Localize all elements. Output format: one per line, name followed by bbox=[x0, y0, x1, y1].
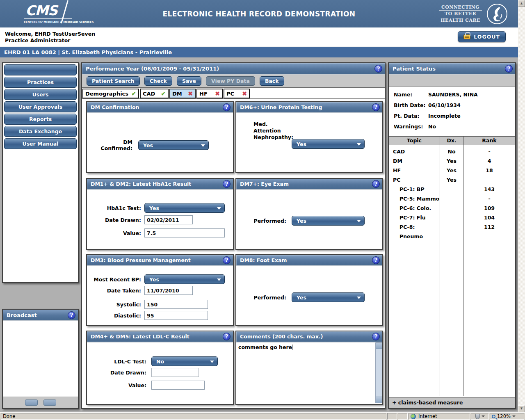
sidebar-item-user-manual[interactable]: User Manual bbox=[4, 138, 77, 149]
help-icon[interactable]: ? bbox=[372, 180, 380, 188]
logout-button[interactable]: LOGOUT bbox=[458, 31, 506, 42]
help-icon[interactable]: ? bbox=[68, 311, 75, 319]
rank-column-header: Rank bbox=[463, 137, 515, 145]
back-button[interactable]: Back bbox=[260, 76, 284, 86]
sidebar-item-user-approvals[interactable]: User Approvals bbox=[4, 101, 77, 112]
systolic-input[interactable] bbox=[144, 300, 208, 309]
section-ldl-result: DM4+ & DM5: Latest LDL-C Result ? LDL-C … bbox=[86, 331, 234, 405]
most-recent-bp-dropdown[interactable]: Yes bbox=[144, 274, 225, 284]
diastolic-input[interactable] bbox=[144, 311, 208, 320]
sidebar-item-data-exchange[interactable]: Data Exchange bbox=[4, 126, 77, 137]
check-button[interactable]: Check bbox=[144, 76, 172, 86]
zoom-control[interactable]: 120% bbox=[490, 413, 524, 420]
patient-status-header: Patient Status ? bbox=[389, 63, 515, 75]
tab-demographics[interactable]: Demographics ✔ bbox=[82, 89, 139, 98]
date-taken-label: Date Taken: bbox=[87, 288, 141, 294]
table-row: CAD bbox=[389, 147, 440, 156]
diastolic-label: Diastolic: bbox=[87, 313, 141, 319]
help-icon[interactable]: ? bbox=[372, 256, 380, 264]
comments-textarea[interactable]: comments go here bbox=[236, 342, 382, 403]
dm-confirmed-dropdown[interactable]: Yes bbox=[138, 140, 209, 150]
sidebar-spacer-button[interactable] bbox=[4, 64, 77, 75]
foot-performed-label: Performed: bbox=[236, 294, 286, 301]
sidebar-item-reports[interactable]: Reports bbox=[4, 114, 77, 125]
birth-date-value: 06/10/1934 bbox=[428, 102, 461, 108]
toolbar: Patient Search Check Save View PY Data B… bbox=[82, 75, 385, 88]
section-dm-confirmation: DM Confirmation ? DM Confirmed: Yes bbox=[86, 101, 234, 173]
zoom-level: 120% bbox=[497, 413, 511, 419]
broadcast-footer bbox=[3, 397, 78, 408]
date-drawn-label: Date Drawn: bbox=[87, 217, 141, 223]
sidebar-item-practices[interactable]: Practices bbox=[4, 77, 77, 88]
check-icon: ✔ bbox=[129, 91, 136, 96]
help-icon[interactable]: ? bbox=[223, 103, 231, 111]
help-icon[interactable]: ? bbox=[374, 65, 382, 73]
patient-search-button[interactable]: Patient Search bbox=[87, 76, 140, 86]
ldl-test-dropdown[interactable]: No bbox=[151, 356, 218, 366]
table-row: PC bbox=[389, 175, 440, 185]
comments-scrollbar[interactable] bbox=[375, 342, 382, 403]
broadcast-action-button-2[interactable] bbox=[43, 399, 56, 406]
scroll-up-button[interactable] bbox=[376, 342, 382, 349]
page-scrollbar[interactable]: ▲ ▼ bbox=[518, 0, 525, 412]
eye-performed-dropdown[interactable]: Yes bbox=[292, 216, 365, 226]
scroll-down-button[interactable]: ▼ bbox=[518, 405, 525, 412]
section-comments: Comments (200 chars. max.) ? comments go… bbox=[235, 331, 383, 405]
check-icon: ✔ bbox=[158, 91, 166, 96]
name-label: Name: bbox=[394, 91, 428, 98]
help-icon[interactable]: ? bbox=[505, 65, 513, 73]
text-caret bbox=[292, 345, 292, 350]
practice-context-text: EHRD 01 LA 0082 | St. Elizabeth Physicia… bbox=[4, 49, 172, 55]
cross-icon: ✖ bbox=[185, 91, 193, 96]
scroll-up-button[interactable]: ▲ bbox=[518, 0, 525, 7]
chevron-down-icon bbox=[512, 415, 516, 419]
pt-data-label: Pt. Data: bbox=[394, 113, 428, 119]
help-icon[interactable]: ? bbox=[223, 256, 231, 264]
section-urine-protein-testing: DM6+: Urine Protein Testing ? Med. Atten… bbox=[235, 101, 383, 173]
tab-cad[interactable]: CAD ✔ bbox=[140, 89, 169, 98]
help-icon[interactable]: ? bbox=[223, 180, 231, 188]
status-cell-empty bbox=[398, 413, 408, 420]
status-text: Done bbox=[1, 413, 386, 420]
value-label: Value: bbox=[87, 382, 146, 388]
help-icon[interactable]: ? bbox=[372, 103, 380, 111]
patient-status-toolbar bbox=[389, 75, 515, 87]
tab-dm[interactable]: DM ✖ bbox=[169, 89, 196, 98]
warnings-value: No bbox=[428, 123, 436, 130]
ldl-test-label: LDL-C Test: bbox=[87, 358, 146, 365]
value-label: Value: bbox=[87, 230, 141, 236]
scroll-down-button[interactable] bbox=[376, 397, 382, 403]
top-banner: CMS CENTERS for MEDICARE & MEDICAID SERV… bbox=[0, 0, 518, 27]
sidebar: Practices Users User Approvals Reports D… bbox=[2, 62, 79, 283]
dx-column-header: Dx. bbox=[440, 137, 463, 145]
protected-mode-cell[interactable] bbox=[471, 413, 489, 420]
nephropathy-dropdown[interactable]: Yes bbox=[292, 139, 365, 149]
page-title: ELECTRONIC HEALTH RECORD DEMONSTRATION bbox=[0, 10, 518, 18]
hba1c-value-input[interactable] bbox=[144, 228, 225, 237]
chevron-down-icon bbox=[482, 415, 485, 419]
hba1c-test-dropdown[interactable]: Yes bbox=[144, 203, 225, 213]
save-button[interactable]: Save bbox=[177, 76, 201, 86]
warnings-label: Warnings: bbox=[394, 123, 428, 130]
performance-year-panel: Performance Year (06/01/2009 - 05/31/201… bbox=[81, 62, 386, 409]
topic-column: CAD DM HF PC PC-1: BP PC-5: Mammo PC-6: … bbox=[389, 145, 440, 396]
tab-pc[interactable]: PC ✖ bbox=[224, 89, 250, 98]
broadcast-body bbox=[3, 321, 78, 397]
broadcast-action-button-1[interactable] bbox=[25, 399, 38, 406]
ldl-value-input[interactable] bbox=[151, 381, 205, 390]
internet-zone-label: Internet bbox=[418, 413, 437, 419]
tab-hf[interactable]: HF ✖ bbox=[196, 89, 223, 98]
ldl-date-drawn-input[interactable] bbox=[151, 368, 199, 377]
table-row: HF bbox=[389, 166, 440, 175]
hba1c-date-drawn-input[interactable] bbox=[144, 215, 193, 224]
help-icon[interactable]: ? bbox=[223, 333, 231, 340]
chevron-down-icon bbox=[357, 220, 361, 222]
sidebar-item-users[interactable]: Users bbox=[4, 89, 77, 100]
foot-performed-dropdown[interactable]: Yes bbox=[292, 292, 365, 302]
bp-date-taken-input[interactable] bbox=[144, 286, 193, 295]
help-icon[interactable]: ? bbox=[372, 333, 380, 340]
practice-context-bar: EHRD 01 LA 0082 | St. Elizabeth Physicia… bbox=[0, 46, 518, 57]
patient-status-panel: Patient Status ? Name:SAUNDERS, NINA Bir… bbox=[388, 62, 516, 409]
eye-performed-label: Performed: bbox=[236, 218, 286, 224]
chevron-down-icon bbox=[217, 278, 221, 281]
